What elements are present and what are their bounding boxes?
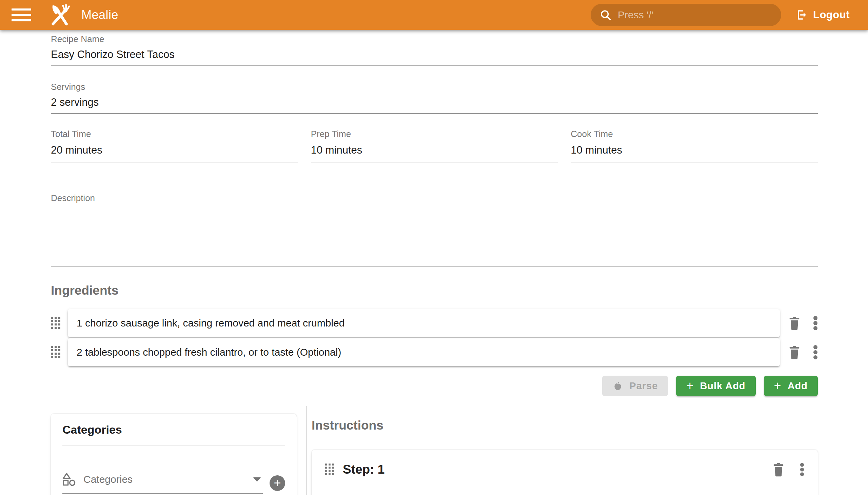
logout-label: Logout (813, 9, 850, 21)
servings-label: Servings (51, 82, 818, 92)
drag-handle-icon[interactable] (51, 346, 61, 359)
plus-icon: + (274, 477, 281, 489)
logout-button[interactable]: Logout (796, 9, 850, 21)
app-title: Mealie (81, 8, 118, 22)
ingredient-input[interactable] (76, 317, 771, 329)
apple-icon (612, 380, 623, 391)
drag-handle-icon[interactable] (325, 463, 334, 476)
categories-column: Categories Categories (51, 406, 307, 495)
recipe-editor: Recipe Name Servings Total Time Prep Tim… (0, 30, 868, 495)
step-actions (772, 462, 804, 477)
prep-time-field: Prep Time (311, 129, 558, 163)
mealie-logo-icon (47, 2, 72, 28)
bulk-add-button[interactable]: + Bulk Add (676, 376, 755, 396)
ingredient-actions (788, 315, 818, 330)
shapes-icon (62, 473, 76, 486)
ingredients-heading: Ingredients (51, 284, 818, 298)
step-menu-kebab-icon[interactable] (800, 462, 804, 477)
add-button[interactable]: + Add (764, 376, 818, 396)
cook-time-input[interactable] (571, 144, 818, 163)
search-icon (599, 9, 612, 21)
delete-step-icon[interactable] (772, 462, 785, 477)
ingredient-row (51, 338, 818, 366)
step-header: Step: 1 (325, 462, 804, 477)
prep-time-label: Prep Time (311, 129, 558, 139)
parse-button[interactable]: Parse (602, 376, 668, 396)
app-bar: Mealie Logout (0, 0, 868, 30)
instructions-column: Instructions Step: 1 (307, 406, 818, 495)
total-time-label: Total Time (51, 129, 298, 139)
total-time-field: Total Time (51, 129, 298, 163)
description-input[interactable] (51, 207, 818, 267)
description-label: Description (51, 193, 818, 203)
instructions-heading: Instructions (311, 419, 818, 433)
categories-card: Categories Categories (51, 414, 297, 495)
ingredient-buttons-row: Parse + Bulk Add + Add (51, 376, 818, 396)
search-bar[interactable] (591, 4, 781, 26)
drag-handle-icon[interactable] (51, 317, 61, 329)
cook-time-label: Cook Time (571, 129, 818, 139)
plus-icon: + (686, 380, 694, 392)
search-input[interactable] (618, 9, 772, 21)
ingredient-menu-kebab-icon[interactable] (813, 315, 818, 330)
servings-field: Servings (51, 82, 818, 114)
add-category-button[interactable]: + (270, 475, 285, 491)
plus-icon: + (774, 380, 782, 392)
add-label: Add (788, 380, 807, 392)
prep-time-input[interactable] (311, 144, 558, 163)
lower-columns: Categories Categories (51, 406, 818, 495)
ingredient-actions (788, 345, 818, 360)
ingredient-menu-kebab-icon[interactable] (813, 345, 818, 360)
bulk-add-label: Bulk Add (700, 380, 745, 392)
step-title: Step: 1 (343, 462, 385, 477)
categories-select-label: Categories (83, 474, 133, 485)
categories-select[interactable]: Categories (62, 473, 263, 494)
menu-icon[interactable] (12, 8, 31, 22)
cook-time-field: Cook Time (571, 129, 818, 163)
recipe-name-label: Recipe Name (51, 34, 818, 45)
delete-ingredient-icon[interactable] (788, 345, 801, 359)
categories-select-row: Categories + (62, 473, 285, 494)
servings-input[interactable] (51, 96, 818, 114)
ingredient-card (68, 309, 780, 337)
categories-card-title: Categories (62, 423, 285, 445)
parse-label: Parse (629, 380, 658, 392)
time-fields-row: Total Time Prep Time Cook Time (51, 129, 818, 163)
recipe-name-input[interactable] (51, 49, 818, 66)
step-card: Step: 1 (311, 449, 818, 495)
ingredient-card (68, 338, 780, 366)
ingredient-input[interactable] (76, 346, 771, 358)
description-field: Description (51, 193, 818, 267)
recipe-name-field: Recipe Name (51, 30, 818, 66)
chevron-down-icon (253, 477, 261, 482)
total-time-input[interactable] (51, 144, 298, 163)
logout-icon (796, 9, 807, 21)
ingredient-row (51, 309, 818, 337)
delete-ingredient-icon[interactable] (788, 316, 801, 330)
